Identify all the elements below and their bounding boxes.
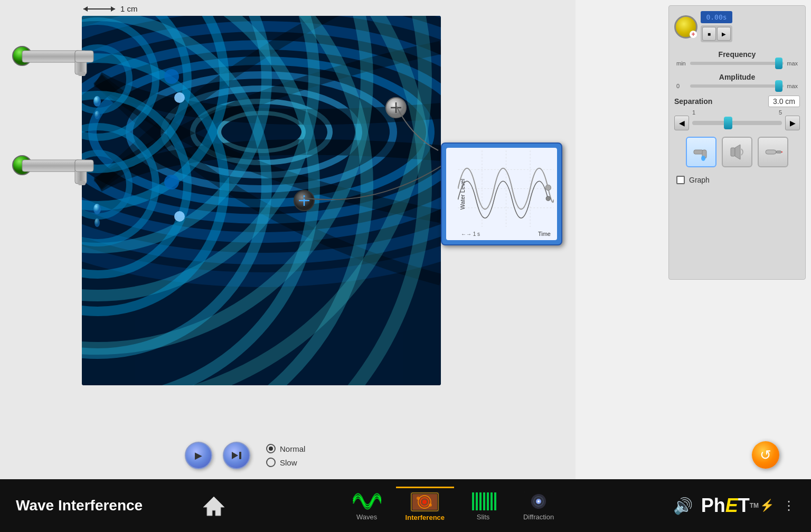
diffraction-tab-label: Diffraction	[523, 513, 554, 521]
speed-slow-label: Slow	[280, 458, 297, 467]
speed-options: Normal Slow	[266, 444, 305, 467]
svg-rect-41	[75, 160, 93, 172]
phet-lightning: ⚡	[760, 499, 774, 512]
graph-popup: Water Level ←	[441, 142, 562, 245]
graph-checkbox[interactable]	[676, 176, 685, 184]
ruler[interactable]: 1 cm	[83, 4, 138, 13]
separation-dec-btn[interactable]: ◀	[674, 116, 689, 130]
svg-point-76	[422, 500, 427, 504]
svg-rect-83	[479, 492, 482, 510]
reload-button[interactable]: ↺	[752, 441, 779, 469]
sep-num-labels: 1 5	[674, 109, 800, 116]
frequency-thumb[interactable]	[775, 58, 782, 69]
svg-rect-35	[78, 72, 86, 76]
frequency-section: Frequency min max	[674, 50, 800, 66]
phet-tm: TM	[750, 502, 759, 509]
amplitude-slider-row: 0 max	[674, 83, 800, 89]
svg-point-28	[164, 175, 179, 189]
timer-play-btn[interactable]: ▶	[717, 27, 731, 41]
svg-marker-67	[232, 452, 238, 459]
timer-reset-btn[interactable]: ■	[702, 27, 716, 41]
svg-rect-42	[78, 181, 86, 185]
svg-point-58	[546, 196, 550, 201]
svg-rect-84	[483, 492, 485, 510]
play-button[interactable]: ▶	[185, 442, 212, 469]
interference-tab-label: Interference	[406, 514, 445, 521]
tab-waves[interactable]: Waves	[341, 487, 393, 525]
water-drop-top	[92, 94, 102, 125]
separation-section: Separation 3.0 cm 1 5 ◀ ▶	[674, 96, 800, 130]
magnifier-icon[interactable]	[674, 15, 697, 39]
speed-slow-option[interactable]: Slow	[266, 458, 305, 467]
waves-tab-label: Waves	[356, 513, 377, 521]
speed-normal-radio[interactable]	[266, 444, 276, 453]
home-button[interactable]	[195, 487, 232, 524]
separation-header: Separation 3.0 cm	[674, 96, 800, 107]
tab-slits[interactable]: Slits	[457, 487, 510, 525]
tab-diffraction[interactable]: Diffraction	[512, 487, 565, 525]
svg-marker-69	[203, 497, 224, 516]
speed-slow-radio[interactable]	[266, 458, 276, 467]
freq-max-label: max	[787, 60, 798, 66]
ruler-arrow	[83, 8, 115, 10]
volume-icon[interactable]: 🔊	[673, 497, 693, 515]
water-drop-bottom	[92, 202, 102, 233]
svg-point-43	[93, 204, 101, 214]
taskbar-right: 🔊 PhETTM ⚡ ⋮	[673, 495, 811, 517]
source-water-btn[interactable]	[686, 137, 716, 167]
source-sound-btn[interactable]	[722, 137, 752, 167]
svg-rect-59	[694, 150, 703, 154]
pipe-bottom	[11, 150, 98, 193]
svg-rect-34	[75, 51, 93, 62]
frequency-slider[interactable]	[690, 62, 784, 65]
svg-rect-32	[22, 51, 80, 62]
separation-inc-btn[interactable]: ▶	[785, 116, 800, 130]
svg-rect-64	[766, 150, 776, 154]
svg-rect-65	[776, 151, 781, 153]
amplitude-section: Amplitude 0 max	[674, 73, 800, 89]
amplitude-slider[interactable]	[690, 84, 784, 88]
graph-x-label: Time	[538, 231, 551, 237]
interference-tab-icon	[410, 491, 439, 512]
right-panel: 0.00s ■ ▶ Frequency min max Amplitude 0 …	[668, 5, 806, 280]
separation-slider-row: ◀ ▶	[674, 116, 800, 130]
source-light-btn[interactable]	[758, 137, 788, 167]
phet-logo: PhETTM ⚡	[701, 495, 774, 517]
tab-interference[interactable]: Interference	[396, 487, 454, 525]
graph-time-arrow: ←→ 1 s	[461, 231, 480, 237]
svg-point-61	[701, 156, 705, 161]
step-button[interactable]	[223, 442, 250, 469]
home-icon	[201, 492, 227, 519]
pipe-top	[11, 41, 98, 83]
svg-point-37	[95, 111, 100, 119]
bottom-controls: ▶ Normal Slow	[0, 432, 576, 479]
svg-point-44	[95, 218, 100, 227]
svg-point-78	[429, 504, 432, 507]
svg-rect-39	[22, 160, 80, 172]
amplitude-thumb[interactable]	[775, 80, 782, 92]
svg-marker-63	[735, 145, 740, 159]
separation-thumb[interactable]	[724, 117, 732, 129]
phet-t: T	[738, 495, 750, 517]
more-options-icon[interactable]: ⋮	[782, 498, 795, 513]
sep-min-num: 1	[692, 109, 695, 116]
taskbar-tabs: Waves Interference	[232, 487, 673, 525]
timer-widget: 0.00s ■ ▶	[674, 11, 800, 42]
simulation-container: 1 cm	[0, 0, 576, 454]
separation-slider[interactable]	[692, 121, 782, 125]
svg-rect-86	[491, 492, 493, 510]
svg-rect-81	[472, 492, 474, 510]
speed-normal-label: Normal	[280, 444, 305, 453]
app-title: Wave Interference	[0, 497, 195, 514]
slits-tab-label: Slits	[477, 513, 490, 521]
phet-ph: Ph	[701, 495, 725, 517]
graph-wave-svg	[458, 150, 554, 227]
speed-normal-option[interactable]: Normal	[266, 444, 305, 453]
graph-inner: Water Level ←	[446, 148, 557, 240]
amp-max-label: max	[787, 83, 798, 89]
separation-label: Separation	[674, 97, 712, 106]
svg-point-27	[164, 69, 179, 84]
timer-controls: ■ ▶	[701, 25, 732, 42]
svg-rect-87	[494, 492, 496, 510]
freq-min-label: min	[676, 60, 687, 66]
